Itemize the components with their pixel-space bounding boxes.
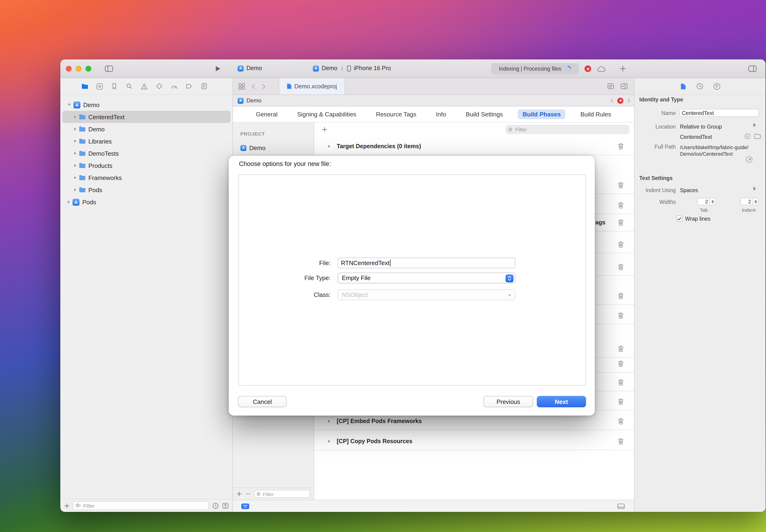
delete-phase-icon[interactable] (618, 418, 624, 424)
reports-navigator-icon[interactable] (201, 83, 208, 90)
delete-phase-icon[interactable] (618, 345, 624, 352)
name-field[interactable]: CenteredText (680, 109, 759, 117)
build-phases-filter-field[interactable]: Filter (506, 125, 630, 134)
delete-phase-icon[interactable] (618, 202, 624, 208)
debug-navigator-icon[interactable] (171, 83, 178, 89)
tab-signing-capabilities[interactable]: Signing & Capabilities (292, 109, 361, 119)
navigator-filter-field[interactable]: Filter (73, 501, 209, 510)
navigator-item-centeredtext[interactable]: CenteredText (62, 111, 230, 123)
tests-navigator-icon[interactable] (156, 83, 163, 90)
delete-phase-icon[interactable] (618, 379, 624, 385)
navigator-item-pods-project[interactable]: Pods (62, 196, 230, 208)
navigator-item-products[interactable]: Products (62, 159, 230, 172)
navigator-item-demo-project[interactable]: Demo (62, 99, 230, 111)
bookmarks-navigator-icon[interactable] (111, 83, 118, 90)
close-window-button[interactable] (66, 66, 72, 72)
tab-build-phases[interactable]: Build Phases (518, 109, 565, 119)
history-inspector-icon[interactable] (696, 83, 703, 90)
tab-overview-icon[interactable] (238, 83, 245, 90)
delete-phase-icon[interactable] (618, 263, 624, 270)
tab-info[interactable]: Info (432, 109, 451, 119)
navigator-toggle-icon[interactable] (105, 65, 113, 72)
forward-icon[interactable] (262, 83, 266, 89)
disclosure-chevron-icon[interactable] (328, 420, 330, 422)
phase-row-copy-pods-resources[interactable]: [CP] Copy Pods Resources (314, 432, 634, 450)
tab-build-rules[interactable]: Build Rules (576, 109, 616, 119)
disclosure-chevron-icon[interactable] (74, 164, 76, 167)
run-button[interactable] (215, 65, 221, 72)
delete-phase-icon[interactable] (618, 398, 624, 405)
indent-width-field[interactable]: 2 (740, 198, 753, 205)
inspector-toggle-icon[interactable] (748, 65, 757, 72)
back-icon[interactable] (251, 83, 255, 89)
delete-phase-icon[interactable] (618, 292, 624, 299)
disclosure-chevron-icon[interactable] (68, 201, 70, 203)
delete-phase-icon[interactable] (618, 312, 624, 319)
delete-phase-icon[interactable] (618, 219, 624, 226)
choose-folder-icon[interactable] (754, 134, 761, 139)
filter-bar-toggle-icon[interactable] (241, 503, 249, 509)
tab-resource-tags[interactable]: Resource Tags (371, 109, 421, 119)
tab-width-stepper[interactable] (709, 198, 716, 205)
popup-chevrons-icon[interactable] (753, 123, 756, 127)
delete-phase-icon[interactable] (618, 438, 624, 444)
delete-phase-icon[interactable] (618, 143, 624, 149)
project-navigator-icon[interactable] (81, 83, 88, 89)
add-target-icon[interactable] (237, 491, 242, 496)
disclosure-chevron-icon[interactable] (74, 188, 76, 191)
file-type-popup[interactable]: Empty File (337, 273, 515, 283)
source-control-navigator-icon[interactable] (96, 83, 103, 90)
indent-width-stepper[interactable] (752, 198, 759, 205)
issues-navigator-icon[interactable] (141, 83, 148, 90)
breakpoints-navigator-icon[interactable] (186, 83, 193, 89)
breadcrumb[interactable]: Demo (246, 97, 261, 104)
editor-tab[interactable]: Demo.xcodeproj (279, 78, 345, 94)
add-editor-icon[interactable] (621, 83, 628, 89)
tab-width-field[interactable]: 2 (697, 198, 710, 205)
editor-options-icon[interactable] (608, 83, 614, 89)
disclosure-chevron-icon[interactable] (74, 152, 76, 155)
previous-issue-icon[interactable] (610, 98, 614, 103)
navigator-item-libraries[interactable]: Libraries (62, 135, 230, 147)
navigator-item-pods-group[interactable]: Pods (62, 184, 230, 196)
error-badge[interactable] (617, 97, 623, 104)
find-navigator-icon[interactable] (126, 83, 133, 90)
popup-chevrons-icon[interactable] (753, 187, 756, 190)
delete-phase-icon[interactable] (618, 360, 624, 367)
previous-button[interactable]: Previous (484, 396, 533, 407)
disclosure-chevron-icon[interactable] (68, 104, 71, 106)
tab-build-settings[interactable]: Build Settings (461, 109, 508, 119)
editor-layout-icon[interactable] (617, 503, 625, 509)
source-control-filter-icon[interactable] (222, 502, 229, 509)
recent-files-filter-icon[interactable] (212, 502, 219, 509)
remove-target-icon[interactable] (245, 491, 251, 496)
delete-phase-icon[interactable] (618, 241, 624, 248)
indent-using-popup[interactable]: Spaces (680, 187, 698, 193)
open-path-arrow-icon[interactable] (746, 156, 752, 163)
tab-general[interactable]: General (251, 109, 282, 119)
cancel-button[interactable]: Cancel (238, 396, 287, 407)
disclosure-chevron-icon[interactable] (74, 140, 76, 143)
location-popup[interactable]: Relative to Group (680, 124, 722, 129)
navigator-item-demotests[interactable]: DemoTests (62, 147, 230, 159)
targets-filter-field[interactable]: Filter (254, 490, 310, 498)
wrap-lines-checkbox[interactable] (676, 216, 682, 222)
help-inspector-icon[interactable] (713, 83, 720, 90)
next-issue-icon[interactable] (627, 98, 630, 103)
scheme-selector[interactable]: Demo ⟩ iPhone 16 Pro (313, 65, 391, 72)
phase-row-target-dependencies[interactable]: Target Dependencies (0 items) (314, 137, 634, 155)
disclosure-chevron-icon[interactable] (74, 115, 76, 118)
reset-location-icon[interactable] (744, 133, 751, 139)
disclosure-chevron-icon[interactable] (74, 176, 76, 179)
zoom-window-button[interactable] (86, 66, 91, 72)
disclosure-chevron-icon[interactable] (328, 145, 330, 147)
add-file-icon[interactable] (64, 503, 70, 508)
minimize-window-button[interactable] (76, 66, 81, 72)
class-combo[interactable]: NSObject (337, 289, 515, 300)
file-inspector-icon[interactable] (680, 83, 686, 90)
add-build-phase-icon[interactable] (322, 127, 327, 132)
error-badge[interactable] (585, 65, 591, 72)
disclosure-chevron-icon[interactable] (328, 440, 330, 442)
disclosure-chevron-icon[interactable] (74, 128, 76, 130)
navigator-item-frameworks[interactable]: Frameworks (62, 172, 230, 184)
